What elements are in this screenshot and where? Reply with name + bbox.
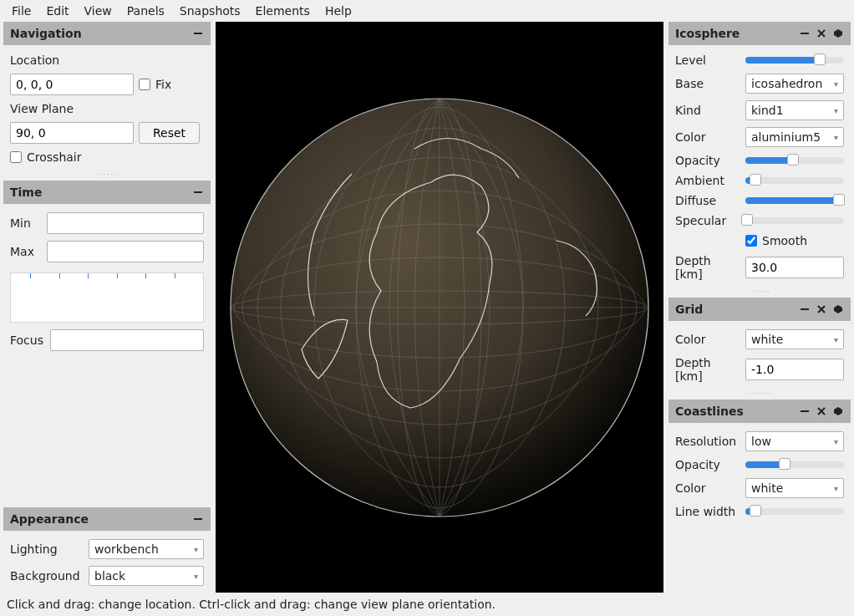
location-label: Location xyxy=(10,53,204,67)
depth-label: Depth [km] xyxy=(675,254,740,281)
linewidth-slider[interactable] xyxy=(745,508,844,515)
close-icon[interactable] xyxy=(816,303,827,315)
panel-grip[interactable]: ······ xyxy=(668,289,851,296)
specular-slider[interactable] xyxy=(745,217,844,224)
opacity-slider[interactable] xyxy=(745,157,844,164)
chevron-down-icon: ▾ xyxy=(834,335,838,344)
level-label: Level xyxy=(675,53,740,67)
collapse-icon[interactable] xyxy=(799,303,811,315)
chevron-down-icon: ▾ xyxy=(194,572,198,581)
diffuse-label: Diffuse xyxy=(675,194,740,207)
level-slider[interactable] xyxy=(745,57,844,64)
grid-color-label: Color xyxy=(675,333,740,346)
lighting-label: Lighting xyxy=(10,542,84,556)
panel-title: Time xyxy=(10,186,42,199)
ambient-label: Ambient xyxy=(675,174,740,187)
menu-file[interactable]: File xyxy=(5,3,38,19)
focus-label: Focus xyxy=(10,333,45,347)
kind-label: Kind xyxy=(675,104,740,117)
kind-select[interactable]: kind1▾ xyxy=(745,100,844,120)
globe-render xyxy=(222,90,657,525)
menubar: File Edit View Panels Snapshots Elements… xyxy=(0,0,854,22)
panel-grip[interactable]: ······ xyxy=(668,391,851,398)
chevron-down-icon: ▾ xyxy=(834,106,838,115)
collapse-icon[interactable] xyxy=(799,28,811,39)
smooth-label: Smooth xyxy=(762,234,807,247)
svg-rect-1 xyxy=(194,191,202,193)
coast-color-label: Color xyxy=(675,481,740,495)
crosshair-checkbox[interactable] xyxy=(10,151,22,163)
depth-input[interactable] xyxy=(745,257,844,278)
panel-body-time: Min Max Focus xyxy=(3,206,211,358)
fix-checkbox[interactable] xyxy=(139,79,150,90)
panel-header-navigation: Navigation xyxy=(3,22,211,45)
panel-header-time: Time xyxy=(3,181,211,204)
menu-help[interactable]: Help xyxy=(318,3,358,19)
resolution-label: Resolution xyxy=(675,435,740,448)
svg-rect-2 xyxy=(194,518,202,520)
grid-color-select[interactable]: white▾ xyxy=(745,329,844,349)
svg-marker-20 xyxy=(834,407,842,415)
panel-body-coastlines: Resolutionlow▾ Opacity Colorwhite▾ Line … xyxy=(668,425,851,525)
viewplane-label: View Plane xyxy=(10,102,204,115)
menu-snapshots[interactable]: Snapshots xyxy=(173,3,247,19)
collapse-icon[interactable] xyxy=(192,186,204,198)
coast-opacity-label: Opacity xyxy=(675,458,740,471)
close-icon[interactable] xyxy=(816,405,827,417)
reset-button[interactable]: Reset xyxy=(139,122,200,144)
opacity-label: Opacity xyxy=(675,154,740,167)
menu-elements[interactable]: Elements xyxy=(249,3,317,19)
viewport-3d[interactable] xyxy=(216,22,663,593)
svg-marker-16 xyxy=(834,29,842,38)
min-input[interactable] xyxy=(47,212,204,234)
diffuse-slider[interactable] xyxy=(745,197,844,204)
panel-body-appearance: Lighting workbench▾ Background black▾ xyxy=(3,532,211,593)
smooth-checkbox[interactable] xyxy=(745,235,757,247)
coast-color-select[interactable]: white▾ xyxy=(745,478,844,498)
background-select[interactable]: black▾ xyxy=(89,566,204,586)
svg-rect-17 xyxy=(801,308,809,310)
color-label: Color xyxy=(675,130,740,144)
panel-body-icosphere: Level Baseicosahedron▾ Kindkind1▾ Colora… xyxy=(668,47,851,288)
menu-panels[interactable]: Panels xyxy=(120,3,171,19)
viewplane-input[interactable] xyxy=(10,122,134,144)
focus-input[interactable] xyxy=(50,329,204,351)
specular-label: Specular xyxy=(675,214,740,227)
menu-view[interactable]: View xyxy=(78,3,119,19)
collapse-icon[interactable] xyxy=(192,28,204,39)
max-label: Max xyxy=(10,245,42,258)
panel-title: Coastlines xyxy=(675,405,744,418)
fix-label: Fix xyxy=(155,78,171,91)
status-bar: Click and drag: change location. Ctrl-cl… xyxy=(0,593,854,616)
svg-rect-0 xyxy=(194,33,202,34)
coast-opacity-slider[interactable] xyxy=(745,461,844,468)
ambient-slider[interactable] xyxy=(745,177,844,184)
panel-header-icosphere: Icosphere xyxy=(668,22,851,45)
chevron-down-icon: ▾ xyxy=(194,545,198,554)
min-label: Min xyxy=(10,216,42,230)
collapse-icon[interactable] xyxy=(192,513,204,525)
resolution-select[interactable]: low▾ xyxy=(745,431,844,451)
panel-header-coastlines: Coastlines xyxy=(668,400,851,423)
max-input[interactable] xyxy=(47,241,204,262)
collapse-icon[interactable] xyxy=(799,405,811,417)
svg-rect-19 xyxy=(801,410,809,412)
lighting-select[interactable]: workbench▾ xyxy=(89,539,204,559)
timeline[interactable] xyxy=(10,272,204,323)
element-icon[interactable] xyxy=(832,405,844,417)
element-icon[interactable] xyxy=(832,28,844,39)
base-select[interactable]: icosahedron▾ xyxy=(745,74,844,94)
panel-body-grid: Colorwhite▾ Depth [km] xyxy=(668,323,851,389)
menu-edit[interactable]: Edit xyxy=(39,3,75,19)
panel-grip[interactable]: ······ xyxy=(3,172,211,179)
element-icon[interactable] xyxy=(832,303,844,315)
grid-depth-input[interactable] xyxy=(745,359,844,380)
close-icon[interactable] xyxy=(816,28,827,39)
location-input[interactable] xyxy=(10,74,134,95)
background-label: Background xyxy=(10,569,84,583)
color-select[interactable]: aluminium5▾ xyxy=(745,127,844,147)
panel-title: Icosphere xyxy=(675,27,740,40)
chevron-down-icon: ▾ xyxy=(834,437,838,446)
panel-header-appearance: Appearance xyxy=(3,507,211,531)
panel-title: Grid xyxy=(675,303,703,316)
